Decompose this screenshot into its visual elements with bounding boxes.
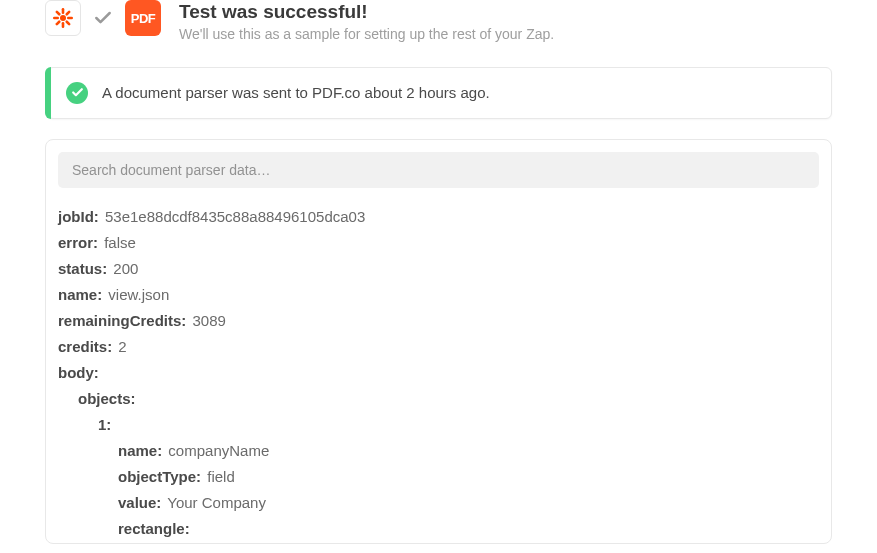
data-value: companyName	[164, 442, 269, 459]
data-row[interactable]: credits: 2	[58, 334, 819, 360]
data-value: false	[100, 234, 136, 251]
parser-data-list[interactable]: jobId: 53e1e88dcdf8435c88a88496105dca03e…	[46, 198, 831, 543]
data-value: Your Company	[163, 494, 266, 511]
pdfco-app-icon: PDF	[125, 0, 161, 36]
svg-rect-7	[65, 20, 71, 26]
data-key: name:	[118, 442, 162, 459]
svg-rect-1	[62, 22, 65, 28]
checkmark-icon	[71, 86, 84, 99]
notification-accent-bar	[45, 67, 51, 119]
data-key: remainingCredits:	[58, 312, 186, 329]
data-row[interactable]: status: 200	[58, 256, 819, 282]
data-value: view.json	[104, 286, 169, 303]
data-value: 3089	[188, 312, 226, 329]
data-key: name:	[58, 286, 102, 303]
pdf-logo-label: PDF	[131, 11, 156, 26]
data-row[interactable]: name: companyName	[58, 438, 819, 464]
svg-rect-5	[55, 20, 61, 26]
check-icon	[93, 8, 113, 28]
success-notification: A document parser was sent to PDF.co abo…	[45, 67, 832, 119]
notification-message: A document parser was sent to PDF.co abo…	[102, 84, 490, 101]
search-input[interactable]	[58, 152, 819, 188]
data-value: 2	[114, 338, 127, 355]
svg-point-8	[60, 15, 66, 21]
connector-checkmark	[91, 0, 115, 36]
data-row[interactable]: 1: 0	[58, 542, 819, 543]
test-result-title: Test was successful!	[179, 0, 554, 25]
data-row[interactable]: error: false	[58, 230, 819, 256]
data-key: body:	[58, 364, 99, 381]
data-row[interactable]: remainingCredits: 3089	[58, 308, 819, 334]
data-key: value:	[118, 494, 161, 511]
data-row[interactable]: rectangle:	[58, 516, 819, 542]
data-key: 1:	[98, 416, 111, 433]
data-value: field	[203, 468, 235, 485]
data-row[interactable]: objects:	[58, 386, 819, 412]
svg-rect-6	[55, 10, 61, 16]
data-key: objectType:	[118, 468, 201, 485]
svg-rect-2	[53, 17, 59, 20]
data-row[interactable]: objectType: field	[58, 464, 819, 490]
data-key: credits:	[58, 338, 112, 355]
data-key: status:	[58, 260, 107, 277]
parser-data-panel: jobId: 53e1e88dcdf8435c88a88496105dca03e…	[45, 139, 832, 544]
test-result-header: PDF Test was successful! We'll use this …	[10, 0, 867, 52]
data-row[interactable]: value: Your Company	[58, 490, 819, 516]
test-result-subtitle: We'll use this as a sample for setting u…	[179, 26, 554, 42]
svg-rect-3	[67, 17, 73, 20]
data-key: error:	[58, 234, 98, 251]
success-icon-circle	[66, 82, 88, 104]
data-key: jobId:	[58, 208, 99, 225]
zapier-icon	[51, 6, 75, 30]
data-row[interactable]: 1:	[58, 412, 819, 438]
data-row[interactable]: jobId: 53e1e88dcdf8435c88a88496105dca03	[58, 204, 819, 230]
data-value: 200	[109, 260, 138, 277]
zapier-app-icon	[45, 0, 81, 36]
data-key: rectangle:	[118, 520, 190, 537]
svg-rect-4	[65, 10, 71, 16]
data-row[interactable]: name: view.json	[58, 282, 819, 308]
data-key: objects:	[78, 390, 136, 407]
svg-rect-0	[62, 8, 65, 14]
data-value: 53e1e88dcdf8435c88a88496105dca03	[101, 208, 365, 225]
data-row[interactable]: body:	[58, 360, 819, 386]
